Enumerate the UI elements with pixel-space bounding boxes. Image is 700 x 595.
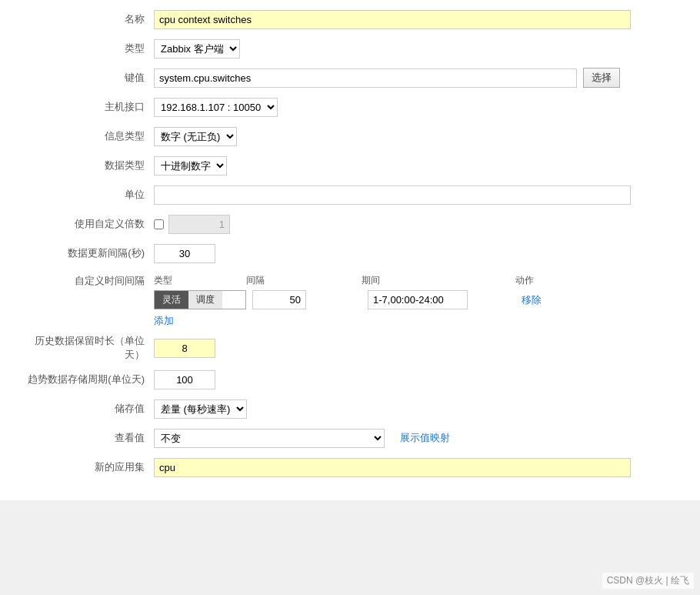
ci-tab-group: 灵活 调度: [154, 290, 246, 309]
ci-period-cell: [362, 290, 515, 309]
ci-interval-cell: [246, 290, 362, 309]
history-row: 历史数据保留时长（单位天）: [15, 334, 685, 362]
key-input[interactable]: [154, 69, 577, 88]
data-type-select[interactable]: 十进制数字 八进制 十六进制 布尔型: [154, 156, 227, 175]
interval-row: 数据更新间隔(秒): [15, 242, 685, 265]
data-type-label: 数据类型: [15, 159, 154, 172]
ci-header-type: 类型: [154, 274, 246, 287]
trend-control: [154, 370, 685, 389]
multiplier-checkbox[interactable]: [154, 219, 164, 229]
ci-action-cell: 移除: [515, 293, 577, 307]
type-control: Zabbix 客户端 Zabbix 主动型 SNMPv1 SNMPv2 SNMP…: [154, 39, 685, 58]
unit-control: [154, 186, 685, 205]
history-label: 历史数据保留时长（单位天）: [15, 334, 154, 362]
key-select-button[interactable]: 选择: [583, 68, 620, 88]
store-value-row: 储存值 差量 (每秒速率) 原始 差量 以秒计的速率: [15, 397, 685, 420]
multiplier-checkbox-row: [154, 215, 685, 234]
store-value-label: 储存值: [15, 402, 154, 416]
interval-control: [154, 244, 685, 263]
key-row: 键值 选择: [15, 66, 685, 89]
type-select[interactable]: Zabbix 客户端 Zabbix 主动型 SNMPv1 SNMPv2 SNMP…: [154, 39, 240, 58]
multiplier-label: 使用自定义倍数: [15, 217, 154, 231]
multiplier-row: 使用自定义倍数: [15, 212, 685, 236]
key-row-inner: 选择: [154, 68, 685, 88]
new-app-control: [154, 458, 685, 477]
ci-tab-flexible[interactable]: 灵活: [155, 291, 188, 309]
history-control: [154, 339, 685, 358]
ci-header-period: 期间: [362, 274, 515, 287]
interface-row: 主机接口 192.168.1.107 : 10050: [15, 95, 685, 119]
interval-input[interactable]: [154, 244, 215, 263]
new-app-row: 新的应用集: [15, 456, 685, 479]
info-type-label: 信息类型: [15, 129, 154, 143]
ci-header-action: 动作: [515, 274, 577, 287]
ci-tab-schedule[interactable]: 调度: [188, 291, 222, 309]
form-container: 名称 类型 Zabbix 客户端 Zabbix 主动型 SNMPv1 SNMPv…: [0, 0, 700, 500]
name-input[interactable]: [154, 10, 631, 29]
show-value-mapping-link[interactable]: 展示值映射: [400, 431, 450, 445]
trend-input[interactable]: [154, 370, 215, 389]
show-value-control: 不变 转换为百分比 展示值映射: [154, 429, 685, 448]
ci-add-row: 添加: [154, 314, 685, 328]
trend-label: 趋势数据存储周期(单位天): [15, 373, 154, 386]
show-value-label: 查看值: [15, 431, 154, 445]
trend-row: 趋势数据存储周期(单位天): [15, 368, 685, 391]
show-value-select[interactable]: 不变 转换为百分比: [154, 429, 385, 448]
type-label: 类型: [15, 42, 154, 55]
history-input[interactable]: [154, 339, 215, 358]
info-type-control: 数字 (无正负) 数字 (有正负) 字符 日志 文本: [154, 127, 685, 146]
custom-interval-control: 类型 间隔 期间 动作 灵活 调度: [154, 274, 685, 328]
data-type-control: 十进制数字 八进制 十六进制 布尔型: [154, 156, 685, 175]
info-type-select[interactable]: 数字 (无正负) 数字 (有正负) 字符 日志 文本: [154, 127, 237, 146]
ci-remove-button[interactable]: 移除: [522, 293, 542, 307]
ci-header-interval: 间隔: [246, 274, 362, 287]
ci-interval-input[interactable]: [252, 290, 306, 309]
interval-label: 数据更新间隔(秒): [15, 246, 154, 260]
custom-interval-label: 自定义时间间隔: [15, 274, 154, 288]
ci-header: 类型 间隔 期间 动作: [154, 274, 685, 287]
info-type-row: 信息类型 数字 (无正负) 数字 (有正负) 字符 日志 文本: [15, 125, 685, 148]
unit-input[interactable]: [154, 186, 631, 205]
store-value-control: 差量 (每秒速率) 原始 差量 以秒计的速率: [154, 399, 685, 419]
new-app-input[interactable]: [154, 458, 631, 477]
store-value-select[interactable]: 差量 (每秒速率) 原始 差量 以秒计的速率: [154, 399, 247, 419]
multiplier-control: [154, 215, 685, 234]
new-app-label: 新的应用集: [15, 460, 154, 474]
show-value-row: 查看值 不变 转换为百分比 展示值映射: [15, 426, 685, 450]
name-row: 名称: [15, 8, 685, 31]
name-control: [154, 10, 685, 29]
type-row: 类型 Zabbix 客户端 Zabbix 主动型 SNMPv1 SNMPv2 S…: [15, 37, 685, 60]
key-control: 选择: [154, 68, 685, 88]
data-type-row: 数据类型 十进制数字 八进制 十六进制 布尔型: [15, 154, 685, 177]
unit-row: 单位: [15, 183, 685, 206]
multiplier-value-input[interactable]: [168, 215, 230, 234]
ci-add-link[interactable]: 添加: [154, 315, 174, 326]
ci-type-cell: 灵活 调度: [154, 290, 246, 309]
interface-control: 192.168.1.107 : 10050: [154, 98, 685, 117]
interface-select[interactable]: 192.168.1.107 : 10050: [154, 98, 278, 117]
custom-interval-row: 自定义时间间隔 类型 间隔 期间 动作 灵活 调度: [15, 271, 685, 328]
ci-data-row: 灵活 调度 移除: [154, 290, 685, 309]
interface-label: 主机接口: [15, 100, 154, 114]
key-label: 键值: [15, 71, 154, 85]
unit-label: 单位: [15, 188, 154, 202]
ci-period-input[interactable]: [368, 290, 468, 309]
name-label: 名称: [15, 12, 154, 26]
